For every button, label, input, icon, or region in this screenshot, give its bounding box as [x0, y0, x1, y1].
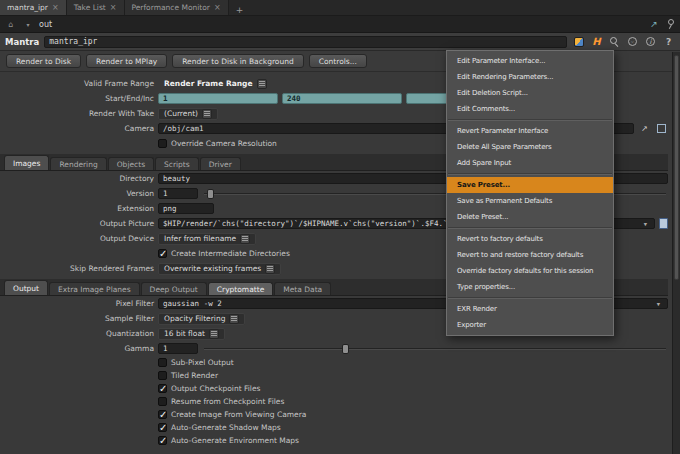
breadcrumb-path[interactable]: out [39, 20, 52, 29]
menu-item-revert-and-restore-factory-defaults[interactable]: Revert to and restore factory defaults [447, 247, 613, 263]
gamma-field[interactable]: 1 [158, 343, 198, 354]
close-icon[interactable] [110, 4, 117, 12]
menu-item-edit-rendering-parameters[interactable]: Edit Rendering Parameters... [447, 69, 613, 85]
dropdown-value: Infer from filename [164, 234, 236, 243]
checkbox-label: Tiled Render [171, 371, 218, 380]
info-icon[interactable] [646, 37, 655, 46]
override-camera-resolution-checkbox[interactable] [158, 139, 167, 148]
frame-start-field[interactable]: 1 [158, 93, 278, 104]
frame-end-field[interactable]: 240 [282, 93, 402, 104]
close-icon[interactable] [214, 4, 221, 12]
param-row-auto-generate-environment-maps: ✓ Auto-Generate Environment Maps [0, 434, 668, 447]
vertical-scrollbar[interactable] [672, 52, 680, 454]
controls-button[interactable]: Controls... [309, 54, 367, 68]
menu-item-override-factory-defaults-session[interactable]: Override factory defaults for this sessi… [447, 263, 613, 279]
menu-arrows-icon [240, 234, 250, 244]
checkbox-label: Create Intermediate Directories [171, 249, 290, 258]
node-name-input[interactable]: mantra_ipr [44, 36, 567, 48]
render-settings-icon[interactable] [574, 37, 584, 47]
help-icon[interactable] [662, 35, 675, 48]
chevron-down-icon[interactable] [641, 221, 650, 227]
output-checkpoint-files-checkbox[interactable]: ✓ [158, 384, 167, 393]
scrollbar-thumb[interactable] [674, 55, 679, 280]
menu-item-edit-deletion-script[interactable]: Edit Deletion Script... [447, 85, 613, 101]
render-to-disk-background-button[interactable]: Render to Disk in Background [172, 54, 303, 68]
tab-images[interactable]: Images [4, 155, 49, 170]
pane-tab-performance-monitor[interactable]: Performance Monitor [125, 0, 229, 15]
param-row-create-image-from-viewing-camera: ✓ Create Image From Viewing Camera [0, 408, 668, 421]
auto-generate-shadow-maps-checkbox[interactable]: ✓ [158, 423, 167, 432]
menu-item-exr-render[interactable]: EXR Render [447, 301, 613, 317]
new-pane-tab-button[interactable] [229, 5, 251, 15]
menu-item-edit-parameter-interface[interactable]: Edit Parameter Interface... [447, 53, 613, 69]
tab-meta-data[interactable]: Meta Data [274, 282, 331, 295]
search-icon[interactable] [608, 35, 621, 48]
param-label: Valid Frame Range [4, 79, 154, 88]
param-row-tiled-render: Tiled Render [0, 369, 668, 382]
select-operator-icon[interactable] [638, 122, 651, 135]
tab-cryptomatte[interactable]: Cryptomatte [208, 282, 273, 295]
menu-item-exporter[interactable]: Exporter [447, 317, 613, 333]
tab-deep-output[interactable]: Deep Output [141, 282, 207, 295]
menu-item-delete-preset[interactable]: Delete Preset... [447, 209, 613, 225]
menu-item-revert-parameter-interface[interactable]: Revert Parameter Interface [447, 123, 613, 139]
param-label: Directory [4, 174, 154, 183]
param-label: Camera [4, 124, 154, 133]
pane-tabbar: mantra_ipr Take List Performance Monitor [0, 0, 680, 16]
menu-item-revert-to-factory-defaults[interactable]: Revert to factory defaults [447, 231, 613, 247]
menu-arrows-icon [229, 314, 239, 324]
quantization-dropdown[interactable]: 16 bit float [158, 328, 225, 340]
gamma-slider[interactable] [202, 343, 668, 355]
extension-field[interactable]: png [158, 203, 214, 214]
open-chooser-icon[interactable] [655, 122, 668, 135]
dropdown-value: Overwrite existing frames [164, 264, 261, 273]
param-label: Quantization [4, 329, 154, 338]
pin-icon[interactable] [665, 18, 675, 30]
output-device-dropdown[interactable]: Infer from filename [158, 233, 256, 245]
sub-pixel-output-checkbox[interactable] [158, 358, 167, 367]
tiled-render-checkbox[interactable] [158, 371, 167, 380]
file-browser-icon[interactable] [659, 218, 668, 229]
render-to-disk-button[interactable]: Render to Disk [6, 54, 81, 68]
sample-filter-dropdown[interactable]: Opacity Filtering [158, 313, 245, 325]
pane-tab-mantra-ipr[interactable]: mantra_ipr [0, 0, 67, 15]
path-bar: out [0, 16, 680, 33]
create-intermediate-directories-checkbox[interactable]: ✓ [158, 249, 167, 258]
checkbox-label: Resume from Checkpoint Files [171, 397, 284, 406]
slider-handle[interactable] [342, 344, 349, 354]
network-home-icon[interactable] [5, 18, 17, 30]
tab-driver[interactable]: Driver [200, 157, 241, 170]
pane-tab-take-list[interactable]: Take List [67, 0, 125, 15]
tab-output[interactable]: Output [4, 280, 48, 295]
menu-item-edit-comments[interactable]: Edit Comments... [447, 101, 613, 117]
menu-item-add-spare-input[interactable]: Add Spare Input [447, 155, 613, 171]
render-with-take-dropdown[interactable]: (Current) [158, 108, 218, 120]
chevron-down-icon[interactable] [654, 301, 663, 307]
tab-objects[interactable]: Objects [108, 157, 154, 170]
tab-extra-image-planes[interactable]: Extra Image Planes [49, 282, 140, 295]
valid-frame-range-dropdown[interactable]: Render Frame Range [158, 78, 273, 90]
tab-rendering[interactable]: Rendering [50, 157, 106, 170]
checkbox-label: Create Image From Viewing Camera [171, 410, 306, 419]
tab-scripts[interactable]: Scripts [155, 157, 199, 170]
param-label: Output Picture [4, 219, 154, 228]
auto-generate-environment-maps-checkbox[interactable]: ✓ [158, 436, 167, 445]
resume-from-checkpoint-files-checkbox[interactable] [158, 397, 167, 406]
menu-arrows-icon [209, 329, 219, 339]
slider-handle[interactable] [207, 189, 214, 199]
path-menu-icon[interactable] [22, 18, 34, 30]
menu-item-save-preset[interactable]: Save Preset... [447, 177, 613, 193]
menu-separator [448, 119, 612, 121]
checkbox-label: Auto-Generate Environment Maps [171, 436, 299, 445]
jump-arrow-icon[interactable] [648, 18, 660, 30]
menu-item-type-properties[interactable]: Type properties... [447, 279, 613, 295]
close-icon[interactable] [52, 4, 59, 12]
version-field[interactable]: 1 [158, 188, 198, 199]
menu-item-delete-all-spare-parameters[interactable]: Delete All Spare Parameters [447, 139, 613, 155]
skip-rendered-frames-dropdown[interactable]: Overwrite existing frames [158, 263, 281, 275]
create-image-from-viewing-camera-checkbox[interactable]: ✓ [158, 410, 167, 419]
render-to-mplay-button[interactable]: Render to MPlay [86, 54, 167, 68]
history-icon[interactable] [628, 37, 637, 46]
menu-item-save-as-permanent-defaults[interactable]: Save as Permanent Defaults [447, 193, 613, 209]
pane-tab-label: Take List [74, 3, 106, 12]
